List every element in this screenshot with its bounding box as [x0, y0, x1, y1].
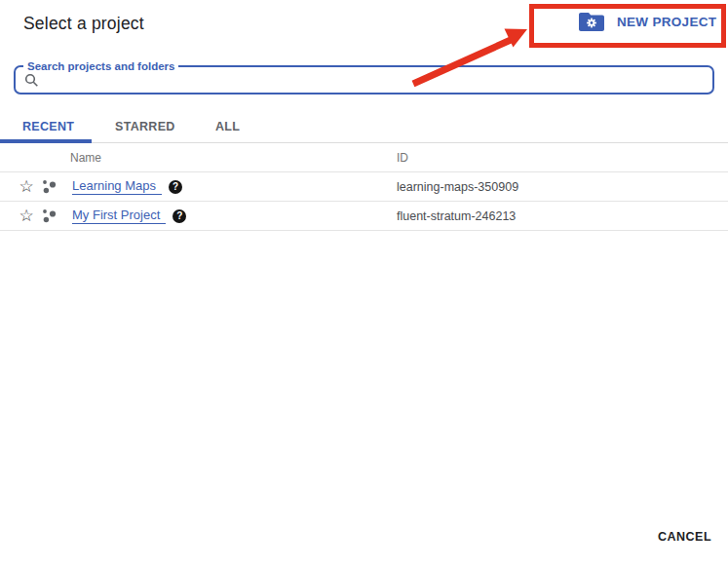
table-row[interactable]: ☆ Learning Maps ? learning-maps-350909	[0, 172, 728, 202]
project-icon	[41, 179, 57, 195]
project-id: learning-maps-350909	[397, 180, 518, 194]
page-title: Select a project	[23, 14, 144, 34]
search-field[interactable]: Search projects and folders	[14, 65, 714, 94]
project-id: fluent-stratum-246213	[397, 209, 516, 223]
search-input[interactable]	[45, 69, 709, 93]
project-icon	[41, 208, 57, 224]
folder-gear-icon	[579, 13, 604, 31]
search-icon	[24, 73, 39, 88]
tab-recent[interactable]: RECENT	[22, 120, 74, 133]
project-link[interactable]: Learning Maps	[72, 178, 162, 195]
table-row[interactable]: ☆ My First Project ? fluent-stratum-2462…	[0, 202, 728, 231]
new-project-button[interactable]: NEW PROJECT	[579, 13, 716, 31]
project-link[interactable]: My First Project	[72, 208, 166, 224]
tab-starred[interactable]: STARRED	[115, 120, 175, 133]
help-icon[interactable]: ?	[172, 209, 186, 223]
star-icon[interactable]: ☆	[18, 208, 35, 224]
new-project-label: NEW PROJECT	[617, 15, 716, 29]
cancel-button[interactable]: CANCEL	[658, 530, 711, 544]
column-header-id: ID	[397, 151, 408, 165]
help-icon[interactable]: ?	[169, 180, 182, 194]
column-header-name: Name	[70, 151, 101, 165]
tab-all[interactable]: ALL	[215, 120, 240, 133]
table-header-row: Name ID	[0, 143, 728, 172]
star-icon[interactable]: ☆	[18, 178, 35, 195]
